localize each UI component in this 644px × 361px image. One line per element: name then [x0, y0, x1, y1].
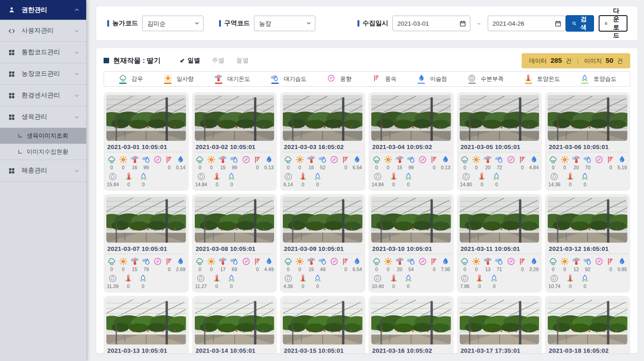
sensor-cell: 0	[283, 155, 293, 170]
sidebar-item[interactable]: 해충관리	[0, 160, 86, 182]
sensor-cell: 0	[383, 257, 393, 272]
image-card[interactable]: 2021-03-14 10:05:01	[192, 296, 277, 353]
sensor-value: 0	[375, 267, 378, 272]
sensor-cell: 0	[313, 274, 322, 289]
image-card[interactable]: 2021-03-04 10:05:02 0 0 15 99 0 0.13 14.…	[369, 92, 454, 191]
sensor-row-2: 11.27 0 0	[195, 274, 275, 289]
sidebar-subitem[interactable]: 생육이미지조회	[0, 128, 86, 144]
deficit-icon	[108, 274, 117, 283]
image-card[interactable]: 2021-03-06 10:05:01 0 0 20 70 0 5.19 14.…	[545, 92, 630, 191]
sensor-value: 7.95	[441, 267, 450, 272]
farm-code-select[interactable]: 김미순	[142, 16, 204, 31]
image-card[interactable]: 2021-03-07 10:05:01 0 0 15 79 0 2.69 11.…	[104, 194, 189, 293]
sensor-cell	[418, 257, 427, 272]
sensor-cell: 54	[406, 257, 416, 272]
winddir-icon	[242, 257, 251, 266]
image-card[interactable]: 2021-03-09 10:05:01 0 0 15 49 0 6.54 4.3…	[280, 194, 365, 293]
sensor-cell	[418, 155, 427, 170]
windspeed-icon	[341, 257, 350, 266]
farm-code-group: 농가코드 김미순	[107, 16, 204, 31]
deficit-icon	[284, 172, 293, 181]
image-card[interactable]: 2021-03-18 16:05:02	[545, 296, 630, 353]
sensor-value: 0	[168, 267, 171, 272]
image-card[interactable]: 2021-03-05 10:05:01 0 0 20 72 0 4.84 14.…	[457, 92, 542, 191]
sensor-value: 99	[143, 165, 149, 170]
winddir-icon	[330, 155, 339, 164]
legend-label: 토양습도	[594, 75, 616, 83]
legend-label: 대기온도	[227, 75, 250, 83]
capture-datetime: 2021-03-14 10:05:01	[196, 347, 274, 353]
sidebar-item[interactable]: 환경센서관리	[0, 85, 86, 106]
period-tab[interactable]: ✔ 월별	[236, 56, 248, 65]
winddir-icon	[594, 257, 604, 266]
calendar-icon[interactable]	[555, 20, 561, 27]
sun-icon	[207, 155, 216, 164]
legend-item: 풍속	[371, 74, 396, 84]
sidebar-subitem[interactable]: 이미지수집현황	[0, 144, 86, 160]
airtemp-icon	[130, 155, 139, 164]
legend-item: 풍향	[326, 74, 352, 84]
sensor-cell: 0	[253, 155, 262, 170]
date-to-input[interactable]: 2021-04-26	[488, 16, 566, 31]
content-panel: 현재작물 : 딸기 ✔ 일별 ✔ 주별 ✔ 월별 데이터 285 건 | 이미지…	[96, 48, 638, 353]
sensor-value: 0	[210, 267, 213, 272]
rain-icon	[195, 155, 204, 164]
dew-icon	[441, 257, 450, 266]
sensor-value: 0	[407, 283, 410, 289]
sensor-value: 0	[392, 182, 395, 187]
sidebar-item[interactable]: 권한관리	[0, 0, 86, 20]
image-card[interactable]: 2021-03-03 16:05:02 0 0 16 52 0 6.54 6.1…	[280, 92, 365, 191]
date-from-input[interactable]: 2021-03-01	[392, 16, 470, 31]
sun-icon	[472, 155, 481, 164]
growth-image-page: { "sidebar": { "items": [ { "label": "권한…	[0, 0, 644, 361]
legend-underline	[328, 83, 335, 84]
sensor-cell: 0	[429, 155, 439, 170]
greenhouse-photo	[460, 299, 539, 344]
legend-item: 토양습도	[579, 74, 616, 84]
sensor-cell	[330, 155, 339, 170]
image-card[interactable]: 2021-03-16 10:05:02	[369, 296, 454, 353]
image-card[interactable]: 2021-03-15 10:05:01	[280, 296, 365, 353]
sidebar-item[interactable]: 농장코드관리	[0, 63, 86, 85]
calendar-icon[interactable]	[459, 20, 466, 27]
sensor-value: 70	[585, 165, 590, 170]
data-count-unit: 건	[566, 57, 572, 65]
content-header: 현재작물 : 딸기 ✔ 일별 ✔ 주별 ✔ 월별 데이터 285 건 | 이미지…	[104, 54, 630, 67]
sensor-row-1: 0 0 15 79 0 2.69	[106, 257, 186, 272]
sun-icon	[384, 155, 393, 164]
image-card[interactable]: 2021-03-01 10:05:01 0 0 16 99 0 0.14 15.…	[104, 92, 189, 191]
sidebar-item[interactable]: 사용자관리	[0, 20, 86, 42]
sensor-cell: 99	[230, 155, 239, 170]
image-card[interactable]: 2021-03-11 10:05:01 0 0 13 71 0 3.29 7.8…	[457, 194, 542, 293]
soilhum-icon	[227, 172, 236, 181]
download-button[interactable]: 다운로드	[599, 15, 627, 32]
soilhum-icon	[313, 172, 322, 181]
sensor-value: 0	[122, 165, 125, 170]
period-tab[interactable]: ✔ 일별	[180, 56, 200, 65]
date-to-value: 2021-04-26	[493, 20, 552, 27]
sun-icon	[119, 155, 128, 164]
airtemp-icon	[572, 155, 581, 164]
soiltemp-icon	[124, 274, 133, 283]
image-card[interactable]: 2021-03-02 10:05:01 0 0 15 99 0 0.13 14.…	[192, 92, 277, 191]
image-card[interactable]: 2021-03-12 16:05:01 0 0 12 92 0 0.85 10.…	[545, 194, 630, 293]
image-card[interactable]: 2021-03-08 10:05:01 0 0 17 69 0 4.49 11.…	[192, 194, 277, 293]
sensor-cell: 0	[138, 172, 148, 187]
sidebar-item-label: 통합코드관리	[22, 48, 74, 56]
sidebar-item[interactable]: 통합코드관리	[0, 42, 86, 63]
image-card[interactable]: 2021-03-13 10:05:01	[104, 296, 189, 353]
capture-datetime: 2021-03-10 10:05:01	[372, 245, 450, 252]
sensor-value: 0	[387, 165, 390, 170]
image-card[interactable]: 2021-03-10 10:05:01 0 0 20 54 0 7.95 10.…	[369, 194, 454, 293]
sensor-legend: 감우 일사량 대기온도 대기습도 풍향 풍속	[104, 71, 630, 87]
sensor-cell: 0	[548, 257, 558, 272]
period-tab[interactable]: ✔ 주별	[212, 56, 224, 65]
sensor-value: 0	[475, 165, 478, 170]
image-card[interactable]: 2021-03-17 17:35:01	[457, 296, 542, 353]
sensor-cell: 72	[495, 155, 504, 170]
sidebar-item[interactable]: 생육관리	[0, 106, 86, 128]
greenhouse-photo	[283, 197, 363, 243]
dew-icon	[176, 257, 185, 266]
search-button[interactable]: 검색	[566, 15, 594, 32]
zone-code-select[interactable]: 농장	[254, 16, 315, 31]
